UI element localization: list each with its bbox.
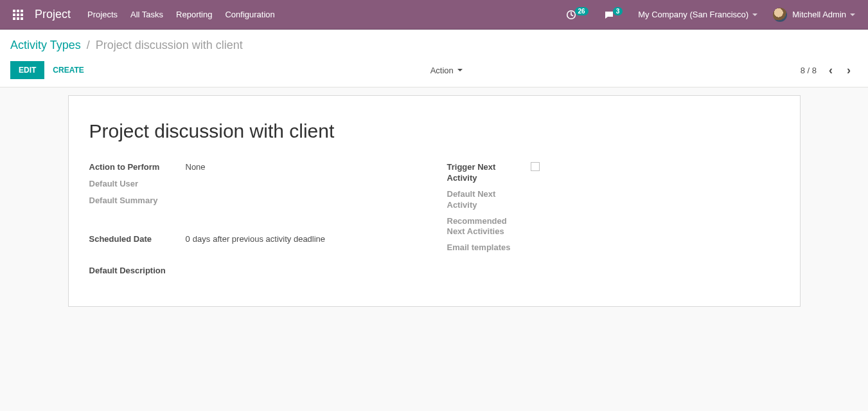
chevron-down-icon [752, 14, 757, 16]
label-default-description: Default Description [89, 266, 421, 275]
label-default-user: Default User [89, 177, 186, 192]
action-dropdown[interactable]: Action [430, 66, 463, 75]
nav-reporting[interactable]: Reporting [170, 1, 218, 28]
field-scheduled-date: Scheduled Date 0 days after previous act… [89, 232, 421, 248]
nav-projects[interactable]: Projects [81, 1, 124, 28]
user-name: Mitchell Admin [792, 10, 846, 19]
field-action-to-perform: Action to Perform None [89, 160, 421, 176]
pager-sep: / [805, 66, 812, 75]
action-label: Action [430, 66, 454, 75]
pager[interactable]: 8 / 8 [801, 66, 817, 75]
company-switcher[interactable]: My Company (San Francisco) [630, 3, 765, 26]
form-col-left: Action to Perform None Default User Defa… [89, 160, 421, 275]
activities-button[interactable]: 26 [558, 3, 596, 26]
breadcrumb-current: Project discussion with client [96, 39, 243, 51]
chevron-down-icon [457, 69, 463, 71]
value-default-user [186, 177, 421, 181]
label-default-summary: Default Summary [89, 194, 186, 208]
pager-total: 8 [812, 66, 817, 75]
scheduled-unit: days [193, 234, 210, 244]
value-scheduled-date: 0 days after previous activity deadline [186, 232, 421, 246]
form-col-right: Trigger Next Activity Default Next Activ… [447, 160, 779, 275]
chevron-right-icon: › [847, 64, 851, 77]
navbar: Project Projects All Tasks Reporting Con… [0, 0, 868, 30]
page-title: Project discussion with client [89, 120, 779, 142]
field-default-next: Default Next Activity [447, 187, 779, 213]
nav-right: 26 3 My Company (San Francisco) Mitchell… [558, 1, 863, 28]
create-button[interactable]: Create [44, 61, 92, 79]
cp-right: 8 / 8 ‹ › [801, 61, 858, 79]
chevron-left-icon: ‹ [829, 64, 833, 77]
field-trigger-next: Trigger Next Activity [447, 160, 779, 186]
breadcrumb-bar: Activity Types / Project discussion with… [0, 30, 868, 56]
messages-badge: 3 [613, 7, 623, 15]
checkbox-trigger-next[interactable] [531, 162, 540, 171]
field-recommended-next: Recommended Next Activities [447, 214, 779, 240]
breadcrumb-parent[interactable]: Activity Types [10, 39, 81, 51]
field-default-user: Default User [89, 177, 421, 192]
label-email-templates: Email templates [447, 241, 524, 255]
label-scheduled-date: Scheduled Date [89, 232, 186, 247]
value-action-to-perform: None [186, 160, 421, 174]
nav-all-tasks[interactable]: All Tasks [124, 1, 170, 28]
edit-button[interactable]: Edit [10, 61, 44, 79]
apps-icon[interactable] [5, 3, 31, 26]
field-default-summary: Default Summary [89, 194, 421, 209]
value-default-summary [186, 194, 421, 197]
activities-badge: 26 [575, 7, 589, 15]
form-columns: Action to Perform None Default User Defa… [89, 160, 779, 275]
nav-menu: Projects All Tasks Reporting Configurati… [81, 1, 281, 28]
avatar [773, 8, 787, 22]
label-default-next: Default Next Activity [447, 187, 524, 213]
label-action-to-perform: Action to Perform [89, 160, 186, 175]
form-sheet-wrap: Project discussion with client Action to… [0, 87, 868, 322]
label-recommended-next: Recommended Next Activities [447, 214, 524, 240]
field-email-templates: Email templates [447, 241, 779, 256]
chevron-down-icon [850, 14, 855, 16]
brand[interactable]: Project [31, 8, 81, 21]
breadcrumb: Activity Types / Project discussion with… [10, 39, 243, 51]
control-panel: Edit Create Action 8 / 8 ‹ › [0, 56, 868, 87]
pager-next-button[interactable]: › [840, 61, 858, 79]
user-menu[interactable]: Mitchell Admin [765, 1, 863, 28]
pager-prev-button[interactable]: ‹ [822, 61, 840, 79]
scheduled-number: 0 [186, 234, 190, 244]
nav-configuration[interactable]: Configuration [218, 1, 281, 28]
scheduled-suffix: after previous activity deadline [213, 234, 325, 244]
form-sheet: Project discussion with client Action to… [68, 95, 801, 307]
breadcrumb-separator: / [87, 39, 90, 51]
label-trigger-next: Trigger Next Activity [447, 160, 524, 186]
pager-current: 8 [801, 66, 805, 75]
messages-button[interactable]: 3 [596, 3, 631, 26]
cp-center: Action [93, 66, 801, 75]
company-name: My Company (San Francisco) [638, 10, 748, 19]
